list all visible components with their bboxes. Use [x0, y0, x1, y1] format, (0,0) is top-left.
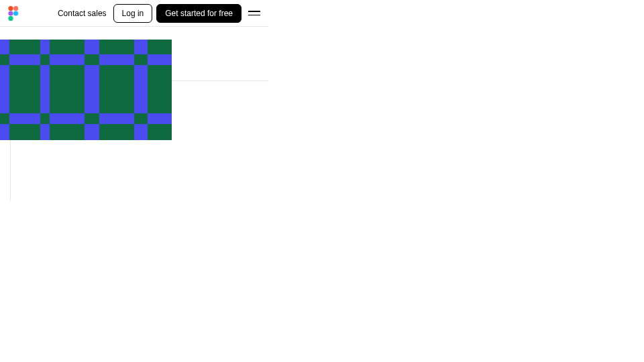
plaid-cross	[85, 113, 99, 124]
plaid-cross	[40, 113, 50, 124]
plaid-cross	[0, 113, 9, 124]
plaid-cross	[40, 54, 50, 65]
plaid-cross	[85, 54, 99, 65]
contact-sales-link[interactable]: Contact sales	[58, 9, 107, 18]
top-header: Contact sales Log in Get started for fre…	[0, 0, 268, 27]
plaid-cross	[0, 54, 9, 65]
get-started-button[interactable]: Get started for free	[156, 4, 241, 23]
figma-logo[interactable]	[8, 6, 20, 21]
svg-point-4	[8, 15, 13, 20]
svg-point-0	[8, 6, 13, 11]
svg-point-3	[13, 11, 18, 15]
svg-point-1	[13, 6, 18, 11]
svg-point-2	[8, 11, 13, 15]
plaid-cross	[134, 113, 148, 124]
login-button[interactable]: Log in	[113, 4, 153, 23]
menu-icon[interactable]	[248, 9, 260, 18]
plaid-cross	[134, 54, 148, 65]
plaid-pattern-card	[0, 40, 172, 140]
